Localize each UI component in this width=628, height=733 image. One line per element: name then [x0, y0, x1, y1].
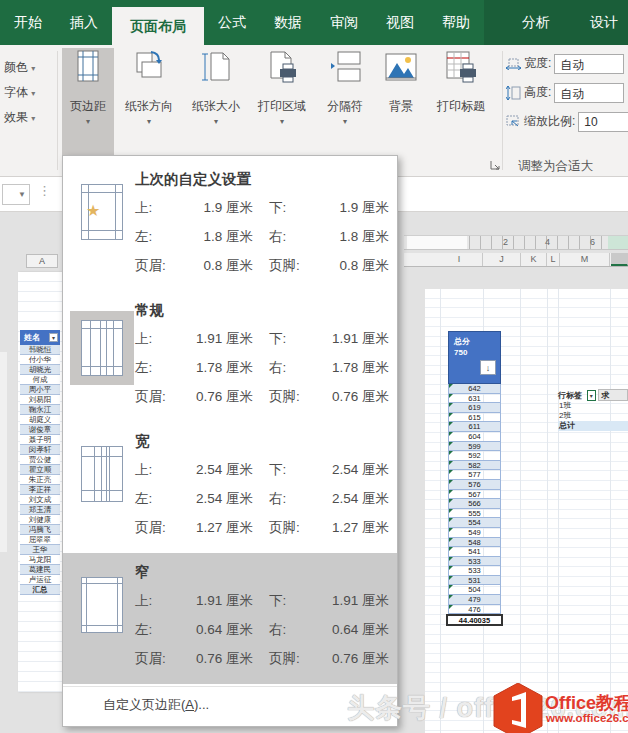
column-header-i[interactable]: I — [436, 253, 483, 266]
name-cell[interactable]: 冯腾飞 — [20, 525, 60, 535]
name-cell[interactable]: 郑玉清 — [20, 505, 60, 515]
preset-icon-normal — [69, 297, 135, 422]
score-total-cell[interactable]: 44.40035 — [446, 614, 503, 626]
height-input[interactable]: 自动 — [554, 83, 624, 103]
score-cell[interactable]: 549 — [448, 528, 501, 538]
column-header-a[interactable]: A — [26, 254, 58, 268]
score-cell[interactable]: 533 — [448, 566, 501, 576]
name-cell[interactable]: 屈翠翠 — [20, 535, 60, 545]
name-cell[interactable]: 刘易阳 — [20, 395, 60, 405]
name-cell[interactable]: 谢俊章 — [20, 425, 60, 435]
row-labels-header[interactable]: 行标签 — [558, 390, 587, 401]
score-cell[interactable]: 531 — [448, 576, 501, 586]
score-column-header[interactable]: 总分 750 ↓ — [448, 331, 501, 384]
name-cell[interactable]: 贾公健 — [20, 455, 60, 465]
name-cell[interactable]: 胡庭义 — [20, 415, 60, 425]
column-header-selected[interactable] — [611, 253, 628, 266]
tab-help[interactable]: 帮助 — [428, 0, 484, 45]
margin-preset-last-custom[interactable]: ★ 上次的自定义设置 上:1.9 厘米下:1.9 厘米左:1.8 厘米右:1.8… — [63, 160, 397, 291]
score-cell[interactable]: 476 — [448, 605, 501, 615]
score-cell[interactable]: 541 — [448, 547, 501, 557]
column-header-k[interactable]: K — [521, 253, 547, 266]
margin-preset-wide[interactable]: 宽 上:2.54 厘米下:2.54 厘米左:2.54 厘米右:2.54 厘米页眉… — [63, 422, 397, 553]
tab-review[interactable]: 审阅 — [316, 0, 372, 45]
filter-icon[interactable]: ▾ — [49, 333, 58, 342]
score-cell[interactable]: 577 — [448, 470, 501, 480]
size-button[interactable]: 纸张大小 ▾ — [185, 48, 247, 158]
background-button[interactable]: 背景 — [378, 48, 424, 158]
tab-insert[interactable]: 插入 — [56, 0, 112, 45]
theme-fonts-button[interactable]: 字体 ▾ — [0, 80, 55, 105]
margin-preset-normal[interactable]: 常规 上:1.91 厘米下:1.91 厘米左:1.78 厘米右:1.78 厘米页… — [63, 291, 397, 422]
name-cell[interactable]: 闵孝轩 — [20, 445, 60, 455]
name-cell[interactable]: 周小平 — [20, 385, 60, 395]
name-cell[interactable]: 韩晓恒 — [20, 345, 60, 355]
breaks-button[interactable]: 分隔符 ▾ — [317, 48, 373, 158]
name-cell[interactable]: 鞠永江 — [20, 405, 60, 415]
theme-effects-button[interactable]: 效果 ▾ — [0, 105, 55, 130]
score-cell[interactable]: 599 — [448, 442, 501, 452]
print-titles-button[interactable]: 打印标题 — [428, 48, 494, 158]
score-cell[interactable]: 611 — [448, 422, 501, 432]
tab-data[interactable]: 数据 — [260, 0, 316, 45]
margins-button[interactable]: 页边距 ▾ — [62, 48, 114, 158]
score-cell[interactable]: 567 — [448, 490, 501, 500]
score-cell[interactable]: 479 — [448, 595, 501, 605]
score-cell[interactable]: 582 — [448, 461, 501, 471]
name-cell[interactable]: 王华 — [20, 545, 60, 555]
score-cell[interactable]: 548 — [448, 538, 501, 548]
pivot-row-cell[interactable]: 总计 — [558, 421, 628, 431]
tab-formulas[interactable]: 公式 — [204, 0, 260, 45]
name-cell[interactable]: 马龙阳 — [20, 555, 60, 565]
margin-values-row: 上:1.9 厘米下:1.9 厘米 — [135, 193, 389, 222]
score-cell[interactable]: 576 — [448, 480, 501, 490]
name-cell[interactable]: 汇总 — [20, 585, 60, 595]
pivot-filter-icon[interactable]: ▾ — [587, 390, 596, 401]
sort-descending-icon[interactable]: ↓ — [480, 360, 496, 375]
names-table-header[interactable]: 姓名 ▾ — [20, 330, 60, 345]
tab-design[interactable]: 设计 — [570, 0, 628, 45]
column-header-l[interactable]: L — [547, 253, 560, 266]
score-cell[interactable]: 566 — [448, 499, 501, 509]
name-cell[interactable]: 付小华 — [20, 355, 60, 365]
name-cell[interactable]: 朱正亮 — [20, 475, 60, 485]
dialog-launcher-icon[interactable] — [489, 157, 501, 175]
score-cell[interactable]: 631 — [448, 394, 501, 404]
tab-analyze[interactable]: 分析 — [502, 0, 570, 45]
name-cell[interactable]: 刘文成 — [20, 495, 60, 505]
margin-preset-narrow[interactable]: 窄 上:1.91 厘米下:1.91 厘米左:0.64 厘米右:0.64 厘米页眉… — [63, 553, 397, 684]
name-cell[interactable]: 瞿立顺 — [20, 465, 60, 475]
name-cell[interactable]: 聂子明 — [20, 435, 60, 445]
column-header-j[interactable]: J — [483, 253, 521, 266]
column-header-m[interactable]: M — [560, 253, 610, 266]
tab-view[interactable]: 视图 — [372, 0, 428, 45]
background-picture-icon — [381, 48, 421, 92]
score-cell[interactable]: 554 — [448, 518, 501, 528]
pivot-row-cell[interactable]: 2班 — [558, 411, 628, 421]
score-cell[interactable]: 555 — [448, 509, 501, 519]
score-cell[interactable]: 615 — [448, 413, 501, 423]
score-cell[interactable]: 504 — [448, 585, 501, 595]
width-input[interactable]: 自动 — [554, 54, 624, 74]
name-cell[interactable]: 葛建民 — [20, 565, 60, 575]
orientation-button[interactable]: 纸张方向 ▾ — [117, 48, 181, 158]
pivot-value-header[interactable]: 求 — [598, 389, 628, 401]
name-cell[interactable]: 胡晓光 — [20, 365, 60, 375]
score-cell[interactable]: 604 — [448, 432, 501, 442]
tab-home[interactable]: 开始 — [0, 0, 56, 45]
name-cell[interactable]: 李正祥 — [20, 485, 60, 495]
name-box-dropdown[interactable]: ▼ — [2, 184, 30, 205]
scale-input[interactable]: 10 — [578, 112, 628, 132]
name-cell[interactable]: 何成 — [20, 375, 60, 385]
pivot-row-cell[interactable]: 1班 — [558, 401, 628, 411]
print-area-button[interactable]: 打印区域 ▾ — [251, 48, 313, 158]
score-cell[interactable]: 533 — [448, 557, 501, 567]
name-cell[interactable]: 卢运征 — [20, 575, 60, 585]
name-cell[interactable]: 刘健康 — [20, 515, 60, 525]
theme-colors-button[interactable]: 颜色 ▾ — [0, 55, 55, 80]
left-edge-strip — [0, 352, 7, 552]
score-cell[interactable]: 592 — [448, 451, 501, 461]
score-cell[interactable]: 619 — [448, 403, 501, 413]
tab-page-layout[interactable]: 页面布局 — [112, 7, 204, 45]
score-cell[interactable]: 642 — [448, 384, 501, 394]
